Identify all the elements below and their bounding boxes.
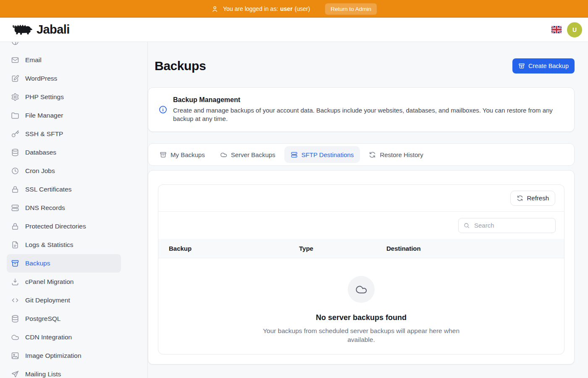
sidebar-item-databases[interactable]: Databases (7, 143, 121, 162)
logged-in-username: user (280, 5, 293, 12)
key-icon (11, 130, 19, 138)
sidebar-item-partial[interactable] (7, 42, 121, 51)
sidebar-item-label: WordPress (25, 75, 57, 82)
search-icon (463, 222, 470, 229)
sidebar-item-dns-records[interactable]: DNS Records (7, 199, 121, 217)
sidebar-item-cron-jobs[interactable]: Cron Jobs (7, 162, 121, 180)
tab-sftp-destinations[interactable]: SFTP Destinations (284, 146, 360, 163)
tab-label: Restore History (380, 151, 423, 158)
folder-icon (11, 111, 19, 120)
tab-my-backups[interactable]: My Backups (153, 146, 211, 163)
sidebar-item-cpanel-migration[interactable]: cPanel Migration (7, 273, 121, 291)
refresh-label: Refresh (527, 194, 549, 202)
brand-logo[interactable]: Jabali (12, 22, 70, 37)
sidebar: Email WordPress PHP Settings File Manage… (0, 42, 148, 378)
boar-logo-icon (12, 22, 33, 37)
sidebar-item-backups[interactable]: Backups (7, 254, 121, 273)
lock-icon (11, 185, 19, 194)
cloud-icon (11, 333, 19, 341)
sidebar-item-protected-directories[interactable]: Protected Directories (7, 217, 121, 236)
create-backup-label: Create Backup (528, 63, 569, 69)
sidebar-item-git-deployment[interactable]: Git Deployment (7, 291, 121, 310)
header-right: U (551, 22, 582, 37)
main-content: Backups Create Backup Backup Management … (148, 42, 588, 378)
tab-label: SFTP Destinations (302, 151, 354, 158)
info-icon (158, 105, 168, 114)
sidebar-item-label: DNS Records (25, 204, 65, 212)
image-icon (11, 352, 19, 360)
sidebar-item-php-settings[interactable]: PHP Settings (7, 88, 121, 106)
globe-icon (11, 42, 19, 46)
sidebar-item-postgresql[interactable]: PostgreSQL (7, 310, 121, 328)
tab-restore-history[interactable]: Restore History (362, 146, 429, 163)
gear-icon (11, 93, 19, 101)
app-header: Jabali U (0, 18, 588, 42)
create-backup-button[interactable]: Create Backup (512, 58, 575, 74)
sidebar-item-label: Email (25, 56, 42, 64)
sidebar-item-label: Databases (25, 149, 56, 156)
sidebar-item-cdn-integration[interactable]: CDN Integration (7, 328, 121, 346)
page-title: Backups (155, 59, 206, 73)
refresh-icon (369, 151, 376, 158)
table-header: Backup Type Destination (158, 239, 564, 258)
backup-tabs: My Backups Server Backups SFTP Destinati… (148, 143, 575, 166)
sidebar-item-mailing-lists[interactable]: Mailing Lists (7, 365, 121, 378)
database-icon (11, 315, 19, 323)
sidebar-item-wordpress[interactable]: WordPress (7, 69, 121, 88)
send-icon (11, 370, 19, 378)
archive-icon (160, 151, 167, 158)
search-input[interactable] (473, 221, 551, 229)
column-header-type: Type (299, 245, 386, 252)
sidebar-item-label: PHP Settings (25, 93, 64, 101)
return-to-admin-button[interactable]: Return to Admin (325, 3, 377, 15)
backups-list-card: Refresh Backup Type Destination (158, 184, 564, 354)
sidebar-item-label: CDN Integration (25, 333, 72, 341)
sidebar-item-ssh-sftp[interactable]: SSH & SFTP (7, 125, 121, 143)
uk-flag-icon[interactable] (551, 26, 562, 33)
sidebar-item-logs-statistics[interactable]: Logs & Statistics (7, 236, 121, 254)
refresh-button[interactable]: Refresh (510, 191, 555, 206)
info-title: Backup Management (173, 96, 564, 104)
info-description: Create and manage backups of your accoun… (173, 106, 564, 123)
sidebar-item-label: SSL Certificates (25, 186, 72, 193)
mail-icon (11, 56, 19, 64)
person-icon (211, 5, 218, 13)
logged-in-text: You are logged in as: user (user) (223, 5, 310, 12)
file-text-icon (11, 241, 19, 249)
sidebar-item-label: SSH & SFTP (25, 130, 63, 138)
cloud-icon (355, 283, 368, 296)
server-icon (291, 151, 298, 158)
sidebar-item-label: Image Optimization (25, 352, 81, 360)
download-icon (11, 278, 19, 286)
info-banner: Backup Management Create and manage back… (148, 87, 575, 132)
refresh-icon (517, 195, 523, 202)
sidebar-nav: Email WordPress PHP Settings File Manage… (7, 42, 121, 378)
tab-label: My Backups (171, 151, 205, 158)
sidebar-item-file-manager[interactable]: File Manager (7, 106, 121, 125)
server-icon (11, 204, 19, 212)
pen-icon (11, 74, 19, 83)
search-box (458, 218, 556, 233)
sidebar-item-label: Backups (25, 260, 50, 267)
sidebar-item-image-optimization[interactable]: Image Optimization (7, 346, 121, 365)
empty-state: No server backups found Your backups fro… (158, 258, 564, 344)
logged-in-prefix: You are logged in as: (223, 5, 278, 12)
tab-server-backups[interactable]: Server Backups (214, 146, 282, 163)
sftp-destinations-panel: Refresh Backup Type Destination (148, 170, 575, 365)
sidebar-item-label: Cron Jobs (25, 167, 55, 175)
brand-name: Jabali (37, 23, 70, 37)
logged-in-role: (user) (295, 5, 310, 12)
sidebar-item-label: cPanel Migration (25, 278, 74, 286)
impersonation-bar: You are logged in as: user (user) Return… (0, 0, 588, 18)
column-header-backup: Backup (169, 245, 299, 252)
lock-icon (11, 222, 19, 231)
clock-icon (11, 167, 19, 175)
sidebar-item-label: PostgreSQL (25, 315, 60, 323)
empty-state-badge (348, 276, 375, 303)
cloud-icon (220, 151, 227, 158)
sidebar-item-label: Git Deployment (25, 297, 70, 304)
sidebar-item-email[interactable]: Email (7, 51, 121, 69)
avatar[interactable]: U (567, 22, 582, 37)
sidebar-item-label: Mailing Lists (25, 370, 61, 378)
sidebar-item-ssl-certificates[interactable]: SSL Certificates (7, 180, 121, 199)
